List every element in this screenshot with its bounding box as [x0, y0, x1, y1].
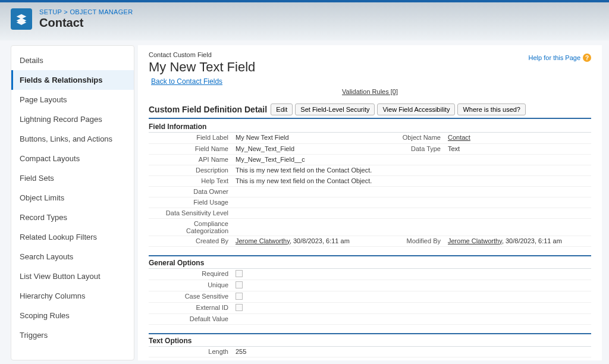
- label-unique: Unique: [149, 280, 232, 291]
- label-length: Length: [149, 347, 232, 357]
- value-length: 255: [232, 347, 591, 357]
- sidebar-item-buttons-links-actions[interactable]: Buttons, Links, and Actions: [11, 129, 134, 149]
- label-case-sensitive: Case Sensitive: [149, 291, 232, 302]
- validation-rules-link[interactable]: Validation Rules [0]: [342, 88, 398, 95]
- sidebar-item-record-types[interactable]: Record Types: [11, 208, 134, 227]
- label-field-usage: Field Usage: [149, 197, 232, 208]
- help-for-page-link[interactable]: Help for this Page ?: [529, 54, 591, 62]
- page-title: My New Text Field: [149, 59, 591, 75]
- label-data-type: Data Type: [379, 143, 444, 154]
- value-default-value: [232, 313, 591, 324]
- label-help-text: Help Text: [149, 175, 232, 186]
- value-description: This is my new text field on the Contact…: [232, 165, 591, 175]
- sidebar-item-lightning-record-pages[interactable]: Lightning Record Pages: [11, 109, 134, 129]
- external-id-checkbox: [236, 304, 243, 311]
- label-compliance: Compliance Categorization: [149, 218, 232, 236]
- section-title: Custom Field Definition Detail: [149, 105, 267, 114]
- unique-checkbox: [236, 281, 243, 288]
- general-options-table: Required Unique Case Sensitive External …: [149, 269, 591, 325]
- label-object-name: Object Name: [379, 133, 444, 143]
- label-created-by: Created By: [149, 236, 232, 246]
- sidebar-item-scoping-rules[interactable]: Scoping Rules: [11, 306, 134, 325]
- back-link[interactable]: Back to Contact Fields: [151, 77, 222, 86]
- label-data-sensitivity: Data Sensitivity Level: [149, 208, 232, 218]
- object-manager-icon: [11, 8, 32, 30]
- content-area: Help for this Page ? Contact Custom Fiel…: [138, 45, 602, 360]
- sidebar-item-fields-relationships[interactable]: Fields & Relationships: [11, 70, 134, 90]
- field-info-table: Field Label My New Text Field Object Nam…: [149, 133, 591, 247]
- where-is-this-used-button[interactable]: Where is this used?: [457, 103, 526, 115]
- sidebar-item-field-sets[interactable]: Field Sets: [11, 168, 134, 188]
- value-data-sensitivity: [232, 208, 591, 218]
- object-title: Contact: [39, 16, 133, 30]
- set-fls-button[interactable]: Set Field-Level Security: [295, 103, 375, 115]
- sidebar-item-details[interactable]: Details: [11, 51, 134, 70]
- help-icon: ?: [583, 54, 591, 62]
- label-default-value: Default Value: [149, 313, 232, 324]
- label-required: Required: [149, 269, 232, 280]
- sub-breadcrumb: Contact Custom Field: [149, 51, 591, 58]
- sidebar-item-triggers[interactable]: Triggers: [11, 325, 134, 345]
- sidebar-item-hierarchy-columns[interactable]: Hierarchy Columns: [11, 286, 134, 306]
- help-link-text: Help for this Page: [529, 54, 580, 61]
- value-object-name[interactable]: Contact: [448, 134, 470, 141]
- label-field-name: Field Name: [149, 143, 232, 154]
- sidebar: Details Fields & Relationships Page Layo…: [11, 45, 134, 360]
- general-options-heading: General Options: [149, 255, 591, 269]
- text-options-heading: Text Options: [149, 333, 591, 347]
- sidebar-item-compact-layouts[interactable]: Compact Layouts: [11, 149, 134, 168]
- value-data-owner: [232, 186, 591, 197]
- sidebar-item-object-limits[interactable]: Object Limits: [11, 188, 134, 208]
- edit-button[interactable]: Edit: [271, 103, 293, 115]
- text-options-table: Length 255: [149, 347, 591, 358]
- label-api-name: API Name: [149, 154, 232, 165]
- page-header: SETUP > OBJECT MANAGER Contact: [0, 0, 609, 40]
- sidebar-item-related-lookup-filters[interactable]: Related Lookup Filters: [11, 227, 134, 247]
- required-checkbox: [236, 270, 243, 277]
- created-by-date: , 30/8/2023, 6:11 am: [290, 237, 350, 244]
- label-field-label: Field Label: [149, 133, 232, 143]
- value-api-name: My_New_Text_Field__c: [232, 154, 379, 165]
- modified-by-date: , 30/8/2023, 6:11 am: [502, 237, 562, 244]
- sidebar-item-list-view-button-layout[interactable]: List View Button Layout: [11, 266, 134, 286]
- value-data-type: Text: [444, 143, 591, 154]
- label-description: Description: [149, 165, 232, 175]
- created-by-name[interactable]: Jerome Clatworthy: [236, 237, 290, 244]
- value-help-text: This is my new text field on the Contact…: [232, 175, 591, 186]
- modified-by-name[interactable]: Jerome Clatworthy: [448, 237, 502, 244]
- case-sensitive-checkbox: [236, 293, 243, 300]
- label-modified-by: Modified By: [379, 236, 444, 246]
- sidebar-item-page-layouts[interactable]: Page Layouts: [11, 90, 134, 109]
- breadcrumb[interactable]: SETUP > OBJECT MANAGER: [39, 8, 133, 15]
- value-field-name: My_New_Text_Field: [232, 143, 379, 154]
- field-information-heading: Field Information: [149, 123, 591, 133]
- view-field-accessibility-button[interactable]: View Field Accessibility: [377, 103, 455, 115]
- sidebar-item-search-layouts[interactable]: Search Layouts: [11, 247, 134, 266]
- label-data-owner: Data Owner: [149, 186, 232, 197]
- value-compliance: [232, 218, 591, 236]
- value-field-usage: [232, 197, 591, 208]
- value-field-label: My New Text Field: [232, 133, 379, 143]
- label-external-id: External ID: [149, 302, 232, 313]
